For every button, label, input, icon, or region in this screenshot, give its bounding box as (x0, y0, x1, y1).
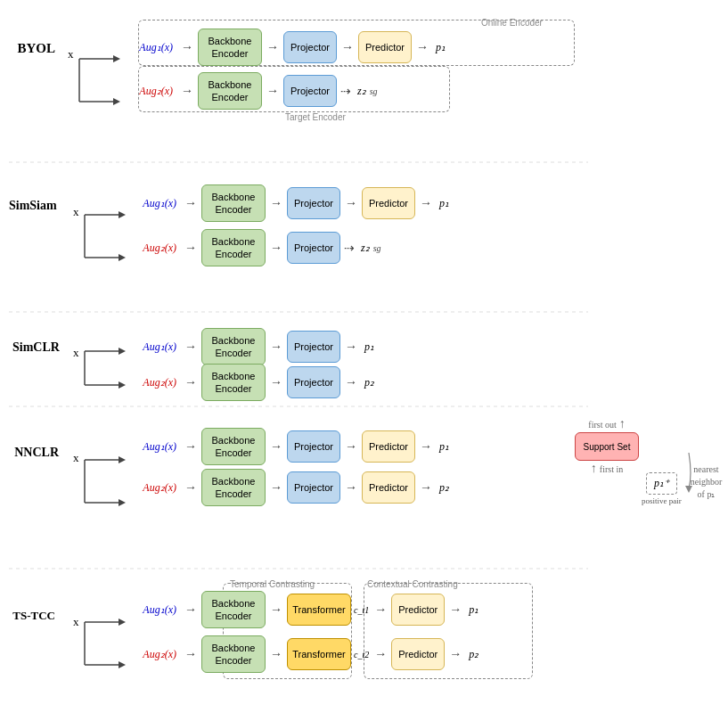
sc-r2-a1 (182, 375, 200, 389)
nn-curve-svg (628, 448, 699, 493)
temporal-label: Temporal Contrasting (230, 579, 315, 589)
ss-r1-a4 (417, 196, 435, 210)
nn-r2-a1 (182, 480, 200, 495)
ts-r1-a4 (446, 602, 464, 617)
nn-r2-a2 (267, 480, 285, 495)
simclr-r2-output: p₂ (362, 376, 374, 389)
nnclr-aug2: Aug₂(x) (128, 481, 180, 495)
simsiam-aug1: Aug₁(x) (128, 197, 180, 210)
nnclr-r1-predictor: Predictor (362, 430, 415, 463)
simsiam-r1-backbone: BackboneEncoder (201, 184, 266, 222)
simsiam-r2-backbone: BackboneEncoder (201, 229, 266, 266)
simsiam-row1: Aug₁(x) BackboneEncoder Projector Predic… (128, 184, 449, 222)
diagram: Online Encoder BYOL x Aug₁(x) BackboneEn… (0, 0, 728, 721)
tstcc-r2-predictor: Predictor (391, 638, 445, 670)
simclr-label: SimCLR (12, 340, 66, 355)
ss-r2-a1 (182, 241, 200, 255)
first-out-arrow: ↑ (619, 417, 626, 431)
tstcc-r2-transformer: Transformer (287, 638, 351, 670)
ss-r2-double: ⇢ (342, 241, 356, 256)
nnclr-label: NNCLR (12, 446, 66, 460)
tstcc-row1: Aug₁(x) BackboneEncoder Transformer c_t1… (128, 591, 479, 628)
ss-r1-a2 (267, 196, 285, 210)
nnclr-row2: Aug₂(x) BackboneEncoder Projector Predic… (128, 469, 449, 506)
tstcc-r2-backbone: BackboneEncoder (201, 635, 266, 673)
target-encoder-box (138, 66, 450, 112)
simsiam-r2-output: z₂ (358, 242, 370, 255)
svg-marker-19 (119, 499, 126, 506)
simclr-r1-backbone: BackboneEncoder (201, 328, 266, 365)
simclr-aug2: Aug₂(x) (128, 376, 180, 389)
nn-r1-a4 (417, 439, 435, 454)
tstcc-row2: Aug₂(x) BackboneEncoder Transformer c_t2… (128, 635, 479, 673)
byol-r1-projector: Projector (283, 31, 337, 63)
simclr-row1: Aug₁(x) BackboneEncoder Projector p₁ (128, 328, 374, 365)
byol-r1-arrow1 (178, 40, 196, 54)
tstcc-r1-transformer: Transformer (287, 594, 351, 626)
ts-r1-a2 (267, 602, 285, 617)
nnclr-r2-output: p₂ (437, 481, 449, 495)
nn-r2-a4 (417, 480, 435, 495)
first-in-label: first in (600, 464, 623, 474)
nn-r2-a3 (342, 480, 360, 495)
nnclr-r1-backbone: BackboneEncoder (201, 428, 266, 465)
sc-r1-a1 (182, 340, 200, 354)
byol-r1-output: p₁ (433, 41, 446, 54)
byol-r1-arrow4 (413, 40, 431, 54)
svg-marker-24 (119, 619, 126, 626)
simsiam-r2-projector: Projector (287, 232, 340, 264)
nn-r1-a3 (342, 439, 360, 454)
sc-r2-a3 (342, 375, 360, 389)
svg-marker-20 (685, 486, 692, 493)
ts-r2-a2 (267, 647, 285, 661)
simsiam-row2: Aug₂(x) BackboneEncoder Projector ⇢ z₂ s… (128, 229, 381, 266)
nnclr-r2-backbone: BackboneEncoder (201, 469, 266, 506)
byol-r1-arrow3 (339, 40, 356, 54)
nn-r1-a2 (267, 439, 285, 454)
positive-pair-label: positive pair (642, 496, 682, 505)
ts-r2-a4 (446, 647, 464, 661)
tstcc-r1-backbone: BackboneEncoder (201, 591, 266, 628)
tstcc-aug1: Aug₁(x) (128, 603, 180, 617)
simsiam-label: SimSiam (9, 199, 62, 213)
nnclr-r2-projector: Projector (287, 471, 340, 504)
simclr-r1-projector: Projector (287, 331, 340, 363)
simsiam-r1-predictor: Predictor (362, 187, 415, 219)
ss-r1-a3 (342, 196, 360, 210)
tstcc-aug2: Aug₂(x) (128, 648, 180, 661)
byol-r1-backbone: BackboneEncoder (198, 29, 262, 66)
simsiam-r2-sg: sg (372, 243, 381, 253)
first-in-arrow: ↑ (591, 462, 597, 476)
nn-r1-a1 (182, 439, 200, 454)
first-out-label: first out (588, 420, 616, 430)
svg-marker-14 (119, 381, 126, 389)
ts-r2-a1 (182, 647, 200, 661)
contextual-label: Contextual Contrasting (367, 579, 458, 589)
simsiam-r1-projector: Projector (287, 187, 340, 219)
nnclr-r1-projector: Projector (287, 430, 340, 463)
simclr-r2-projector: Projector (287, 366, 340, 398)
simclr-r2-backbone: BackboneEncoder (201, 364, 266, 401)
tstcc-r1-predictor: Predictor (391, 594, 445, 626)
byol-label: BYOL (9, 41, 62, 56)
svg-marker-25 (119, 661, 126, 668)
target-encoder-label: Target Encoder (285, 112, 346, 122)
byol-row1: Aug₁(x) BackboneEncoder Projector Predic… (125, 29, 446, 66)
ts-r1-a3 (372, 602, 389, 617)
tstcc-r1-ct1: c_t1 (353, 605, 370, 615)
ss-r2-a2 (267, 241, 285, 255)
nnclr-aug1: Aug₁(x) (128, 440, 180, 454)
nnclr-r2-predictor: Predictor (362, 471, 415, 504)
tstcc-label: TS-TCC (9, 609, 62, 623)
tstcc-r1-output: p₁ (466, 603, 479, 617)
tstcc-r2-ct2: c_t2 (353, 650, 370, 660)
byol-aug1: Aug₁(x) (125, 41, 176, 54)
svg-marker-3 (113, 55, 120, 62)
svg-marker-8 (119, 211, 126, 218)
online-encoder-label: Online Encoder (481, 18, 543, 28)
svg-marker-9 (119, 254, 126, 261)
ts-r1-a1 (182, 602, 200, 617)
svg-marker-4 (113, 98, 120, 105)
simclr-aug1: Aug₁(x) (128, 340, 180, 354)
ts-r2-a3 (372, 647, 389, 661)
